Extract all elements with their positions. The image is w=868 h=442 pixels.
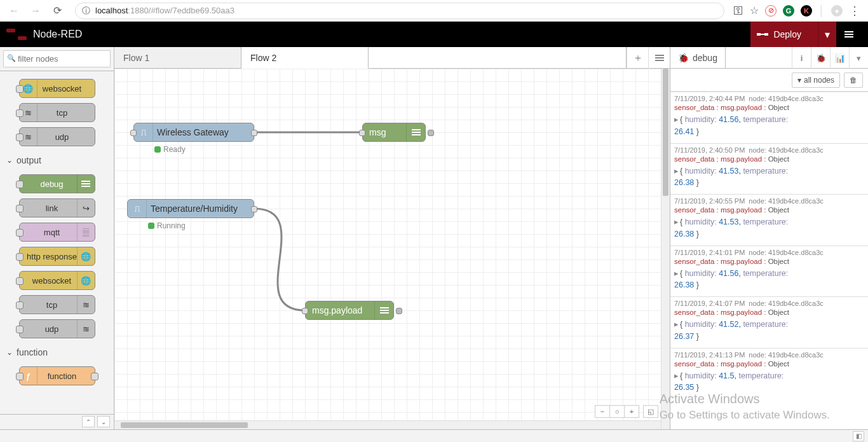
- debug-message[interactable]: 7/11/2019, 2:40:44 PMnode: 419db4ce.d8ca…: [670, 92, 868, 143]
- back-button[interactable]: ←: [5, 2, 23, 20]
- sidebar-tab-info[interactable]: i: [792, 47, 811, 69]
- port-in[interactable]: [359, 130, 365, 136]
- canvas-zoom-controls: − ○ + ◱: [595, 405, 658, 418]
- zoom-reset-button[interactable]: ○: [609, 405, 625, 418]
- star-icon[interactable]: ☆: [750, 4, 759, 17]
- palette-node-websocket-in[interactable]: 🌐websocket: [19, 79, 95, 98]
- flow-canvas[interactable]: ⎍ Wireless Gateway Ready msg ⎍ Temperatu…: [114, 69, 670, 429]
- debug-payload: ▸{ humidity: 41.5, temperature: 26.35 }: [674, 370, 864, 394]
- extension-icon-3[interactable]: K: [801, 5, 812, 17]
- add-tab-button[interactable]: ＋: [627, 47, 648, 69]
- palette-search: [0, 47, 114, 71]
- tab-flow-1[interactable]: Flow 1: [114, 47, 241, 68]
- node-wireless-gateway[interactable]: ⎍ Wireless Gateway Ready: [133, 123, 254, 142]
- bridge-icon: ≋: [20, 128, 37, 146]
- filter-input[interactable]: [3, 50, 111, 67]
- footer-toggle-button[interactable]: ◧: [853, 431, 864, 441]
- debug-meta: 7/11/2019, 2:40:44 PMnode: 419db4ce.d8ca…: [674, 95, 864, 102]
- forward-button[interactable]: →: [27, 2, 44, 20]
- node-msg-payload-debug[interactable]: msg.payload: [305, 301, 394, 320]
- list-tabs-button[interactable]: [648, 47, 670, 69]
- port-in[interactable]: [130, 130, 137, 136]
- palette-node-http-response[interactable]: http response🌐: [19, 247, 95, 266]
- list-icon: [77, 175, 95, 193]
- deploy-button[interactable]: Deploy: [750, 22, 818, 47]
- sidebar-tab-debug[interactable]: 🐞 debug: [670, 47, 726, 68]
- deploy-menu-caret[interactable]: ▾: [818, 22, 836, 47]
- debug-payload: ▸{ humidity: 41.56, temperature: 26.41 }: [674, 114, 864, 138]
- globe-icon: 🌐: [77, 247, 95, 265]
- extension-icon-2[interactable]: G: [783, 5, 794, 17]
- palette-node-tcp-out[interactable]: tcp≋: [19, 295, 95, 314]
- port-out[interactable]: [251, 206, 257, 212]
- main-menu-button[interactable]: [836, 22, 862, 47]
- palette-node-link[interactable]: link↪: [19, 198, 95, 218]
- node-toggle[interactable]: [396, 308, 402, 314]
- site-info-icon[interactable]: ⓘ: [82, 5, 90, 17]
- canvas-wrap: Flow 1 Flow 2 ＋ ⎍ Wireless Gateway Ready: [114, 47, 670, 429]
- debug-messages[interactable]: 7/11/2019, 2:40:44 PMnode: 419db4ce.d8ca…: [670, 92, 868, 429]
- palette-node-udp-in[interactable]: ≋udp: [19, 127, 95, 146]
- url-path: :1880/#flow/7eddbe69.50aa3: [128, 6, 234, 15]
- browser-toolbar: ← → ⟳ ⓘ localhost:1880/#flow/7eddbe69.50…: [0, 0, 868, 22]
- link-icon: ↪: [77, 199, 95, 217]
- palette-body[interactable]: 🌐websocket ≋tcp ≋udp output debug link↪ …: [0, 71, 114, 414]
- port-out[interactable]: [251, 130, 257, 136]
- extension-icon-1[interactable]: ⊘: [765, 5, 776, 17]
- sidebar-tab-chart[interactable]: 📊: [830, 47, 849, 69]
- status-dot: [154, 146, 161, 153]
- debug-payload: ▸{ humidity: 41.52, temperature: 26.37 }: [674, 319, 864, 343]
- palette-node-debug[interactable]: debug: [19, 174, 95, 193]
- debug-message[interactable]: 7/11/2019, 2:41:07 PMnode: 419db4ce.d8ca…: [670, 296, 868, 348]
- debug-meta: 7/11/2019, 2:41:07 PMnode: 419db4ce.d8ca…: [674, 300, 864, 307]
- sidebar-tab-debug-icon[interactable]: 🐞: [811, 47, 830, 69]
- sidebar-tab-menu[interactable]: ▾: [849, 47, 868, 69]
- navigator-button[interactable]: ◱: [643, 405, 658, 418]
- node-msg-debug[interactable]: msg: [362, 123, 426, 142]
- app-logo: Node-RED: [6, 29, 82, 40]
- palette-category-output[interactable]: output: [6, 151, 107, 169]
- globe-icon: 🌐: [20, 79, 37, 97]
- zoom-in-button[interactable]: +: [624, 405, 639, 418]
- list-icon: [406, 123, 425, 141]
- debug-message[interactable]: 7/11/2019, 2:40:50 PMnode: 419db4ce.d8ca…: [670, 143, 868, 195]
- palette-node-udp-out[interactable]: udp≋: [19, 319, 95, 338]
- palette-category-function[interactable]: function: [6, 343, 107, 361]
- sidebar: 🐞 debug i 🐞 📊 ▾ ▾ all nodes 🗑 7/11/2019,…: [670, 47, 868, 429]
- debug-payload: ▸{ humidity: 41.56, temperature: 26.38 }: [674, 268, 864, 292]
- palette-node-mqtt[interactable]: mqtt𝄛: [19, 223, 95, 242]
- zoom-out-button[interactable]: −: [595, 405, 610, 418]
- address-bar[interactable]: ⓘ localhost:1880/#flow/7eddbe69.50aa3: [75, 3, 724, 19]
- bridge-icon: ≋: [77, 320, 95, 338]
- function-icon: ƒ: [20, 367, 37, 385]
- palette-collapse-button[interactable]: ⌃: [82, 416, 95, 427]
- palette-expand-button[interactable]: ⌄: [97, 416, 110, 427]
- debug-message[interactable]: 7/11/2019, 2:41:13 PMnode: 419db4ce.d8ca…: [670, 348, 868, 399]
- filter-icon: ▾: [797, 76, 801, 85]
- profile-avatar-icon[interactable]: ●: [831, 5, 843, 17]
- browser-menu-icon[interactable]: ⋮: [849, 4, 860, 18]
- debug-source: sensor_data : msg.payload : Object: [674, 258, 864, 265]
- reload-button[interactable]: ⟳: [48, 2, 66, 20]
- node-temperature-humidity[interactable]: ⎍ Temperature/Humidity Running: [127, 199, 254, 218]
- bug-icon: 🐞: [678, 53, 689, 63]
- palette-node-function[interactable]: ƒfunction: [19, 366, 95, 385]
- app-title: Node-RED: [33, 29, 82, 40]
- canvas-scrollbar-vertical[interactable]: [661, 69, 670, 429]
- url-host: localhost: [95, 6, 128, 15]
- port-in[interactable]: [302, 308, 308, 314]
- debug-filter-button[interactable]: ▾ all nodes: [792, 73, 840, 88]
- debug-message[interactable]: 7/11/2019, 2:41:01 PMnode: 419db4ce.d8ca…: [670, 245, 868, 297]
- canvas-scrollbar-horizontal[interactable]: [114, 420, 661, 429]
- node-toggle[interactable]: [428, 130, 434, 136]
- tab-flow-2[interactable]: Flow 2: [241, 47, 369, 69]
- debug-message[interactable]: 7/11/2019, 2:40:55 PMnode: 419db4ce.d8ca…: [670, 194, 868, 245]
- debug-source: sensor_data : msg.payload : Object: [674, 360, 864, 368]
- key-icon[interactable]: ⚿: [733, 5, 743, 17]
- palette-node-tcp-in[interactable]: ≋tcp: [19, 103, 95, 122]
- debug-payload: ▸{ humidity: 41.53, temperature: 26.38 }: [674, 165, 864, 190]
- debug-clear-button[interactable]: 🗑: [844, 73, 863, 88]
- workspace: 🌐websocket ≋tcp ≋udp output debug link↪ …: [0, 47, 868, 429]
- palette-node-websocket-out[interactable]: websocket🌐: [19, 271, 95, 290]
- debug-toolbar: ▾ all nodes 🗑: [670, 69, 868, 92]
